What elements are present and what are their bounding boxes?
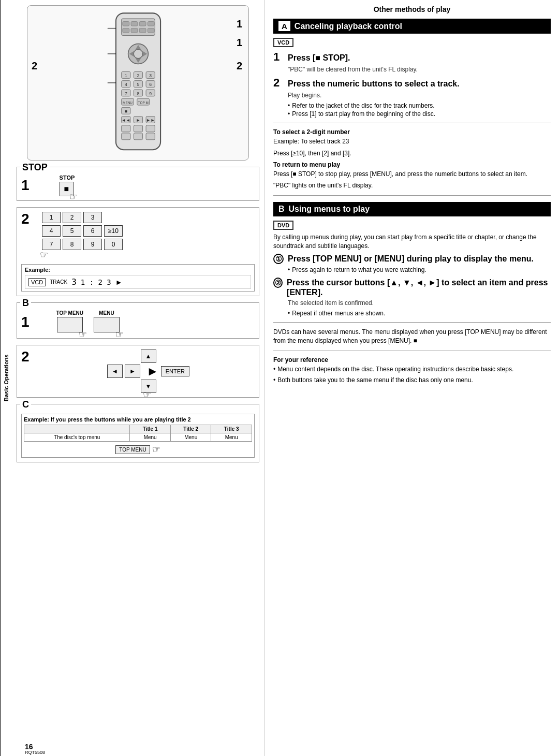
numeric-grid: 1 2 3 4 5 6 ≥10 7 8 9 0 — [42, 212, 255, 250]
play-icon-display: ► — [115, 278, 123, 286]
step2-num: 2 — [273, 76, 284, 90]
for-ref-item1: Menu content depends on the disc. These … — [273, 365, 551, 374]
step-b1-heading: ① Press [TOP MENU] or [MENU] during play… — [273, 254, 551, 264]
play-arrow-icon: ► — [146, 364, 159, 379]
row-label: The disc's top menu — [24, 433, 130, 442]
btn-2: 2 — [63, 212, 81, 223]
svg-rect-51 — [146, 133, 155, 140]
sidebar-label: Basic Operations — [0, 0, 11, 756]
btn-3: 3 — [83, 212, 102, 223]
svg-text:5: 5 — [137, 82, 139, 87]
stop-button-area: STOP ■ ☞ — [60, 175, 75, 196]
col-title1: Title 1 — [130, 425, 171, 433]
svg-rect-1 — [121, 19, 155, 35]
example-title: Example: — [25, 267, 251, 273]
track-label-display: TRACK — [50, 279, 67, 285]
example-c-text: Example: If you press the buttons while … — [24, 416, 252, 423]
remote-diagram: 1 2 3 4 5 6 7 8 9 ME — [27, 5, 249, 161]
svg-rect-2 — [122, 22, 129, 26]
up-arrow-btn: ▲ — [141, 350, 156, 363]
for-ref-title: For your reference — [273, 356, 551, 364]
svg-rect-6 — [122, 28, 129, 33]
vcd-track-display: VCD TRACK 3 1 : 2 3 ► — [25, 275, 251, 289]
step1-number: 1 — [21, 178, 30, 193]
enter-button: ENTER — [161, 366, 189, 376]
right-arrow-btn: ► — [125, 365, 140, 378]
btn-7: 7 — [42, 239, 61, 250]
hand-icon: ☞ — [69, 191, 78, 202]
section-a-badge-letter: A — [278, 21, 290, 31]
section-a-letter: STOP — [20, 162, 50, 173]
svg-rect-3 — [131, 22, 138, 26]
btn-9: 9 — [83, 239, 102, 250]
svg-rect-49 — [121, 133, 130, 140]
return-menu-text: Press [■ STOP] to stop play, press [MENU… — [273, 170, 551, 179]
step2-text: Press the numeric buttons to select a tr… — [288, 79, 460, 89]
svg-text:1: 1 — [124, 73, 127, 78]
section-c-diagram: C Example: If you press the buttons whil… — [17, 404, 259, 462]
svg-text:7: 7 — [124, 91, 127, 96]
row-c3: Menu — [211, 433, 252, 442]
menu-btn-area: MENU ☞ — [94, 310, 120, 334]
cursor-grid: ▲ ◄ ► ► ENTER ▼ ☞ — [42, 350, 255, 393]
step2-heading: 2 Press the numeric buttons to select a … — [273, 76, 551, 90]
step2-bullet2: Press [1] to start play from the beginni… — [288, 110, 551, 118]
section-b-note: DVDs can have several menus. The menu di… — [273, 328, 551, 345]
hand-icon-cursor: ☞ — [143, 389, 151, 400]
col-title2: Title 2 — [170, 425, 211, 433]
step1-heading: 1 Press [■ STOP]. — [273, 50, 551, 64]
step-b1-text: Press [TOP MENU] or [MENU] during play t… — [288, 254, 534, 264]
section-b-letter: B — [20, 298, 31, 309]
section-c-letter: C — [20, 399, 31, 410]
time-display: 1 : 2 3 — [81, 278, 111, 286]
step-b2-text: Press the cursor buttons [▲, ▼, ◄, ►] to… — [287, 278, 551, 297]
step-b1-num: ① — [273, 254, 284, 264]
col-title3: Title 3 — [211, 425, 252, 433]
left-panel: 1 2 3 4 5 6 7 8 9 ME — [11, 0, 265, 756]
section-b-title: Using menus to play — [289, 205, 370, 214]
remote-label-2: 2 — [237, 60, 242, 72]
divider-2 — [273, 195, 551, 196]
cursor-row-bottom: ▼ ☞ — [141, 380, 156, 393]
top-menu-small-area: TOP MENU ☞ — [24, 444, 252, 455]
top-menu-small-btn: TOP MENU — [115, 445, 150, 454]
svg-text:TOP M: TOP M — [138, 101, 148, 105]
divider-1 — [273, 123, 551, 123]
hand-icon-2: ☞ — [40, 249, 48, 260]
return-menu-text2: "PBC" lights on the unit's FL display. — [273, 181, 551, 190]
svg-rect-7 — [131, 28, 138, 33]
vcd-label-display: VCD — [28, 278, 46, 286]
row-c2: Menu — [170, 433, 211, 442]
section-a-header: A Canceling playback control — [273, 19, 551, 34]
select-2digit-title: To select a 2-digit number — [273, 128, 551, 136]
section-a-diagram: STOP 1 STOP ■ ☞ — [17, 167, 259, 201]
sidebar-label-text: Basic Operations — [3, 355, 9, 401]
step-b2-heading: ② Press the cursor buttons [▲, ▼, ◄, ►] … — [273, 278, 551, 297]
svg-rect-50 — [134, 133, 142, 140]
step2-number: 2 — [21, 212, 30, 226]
step-b2-number: 2 — [21, 350, 30, 364]
cursor-row-top: ▲ — [141, 350, 156, 363]
section-b-intro: By calling up menus during play, you can… — [273, 233, 551, 251]
top-menu-area: TOP MENU ☞ MENU ☞ — [56, 310, 120, 334]
top-menu-label: TOP MENU — [56, 310, 83, 316]
svg-point-15 — [134, 49, 142, 58]
svg-rect-4 — [139, 22, 146, 26]
step2-sub1: Play begins. — [288, 92, 551, 99]
svg-rect-46 — [121, 125, 130, 132]
hand-icon-c: ☞ — [152, 444, 160, 455]
btn-8: 8 — [63, 239, 81, 250]
divider-4 — [273, 351, 551, 351]
table-row: The disc's top menu Menu Menu Menu — [24, 433, 252, 442]
for-ref-item2: Both buttons take you to the same menu i… — [273, 376, 551, 385]
cursor-row-mid: ◄ ► ► ENTER — [107, 364, 189, 379]
remote-label-1a: 1 — [237, 18, 242, 30]
left-arrow-btn: ◄ — [107, 365, 123, 378]
vcd-badge: VCD — [273, 38, 293, 47]
btn-4: 4 — [42, 225, 61, 237]
step1-text: Press [■ STOP]. — [288, 53, 350, 63]
example-box: Example: VCD TRACK 3 1 : 2 3 ► — [21, 264, 255, 292]
step-b2-sub1: The selected item is confirmed. — [288, 299, 551, 307]
btn-gte10: ≥10 — [104, 225, 123, 237]
svg-text:►►: ►► — [146, 118, 155, 123]
